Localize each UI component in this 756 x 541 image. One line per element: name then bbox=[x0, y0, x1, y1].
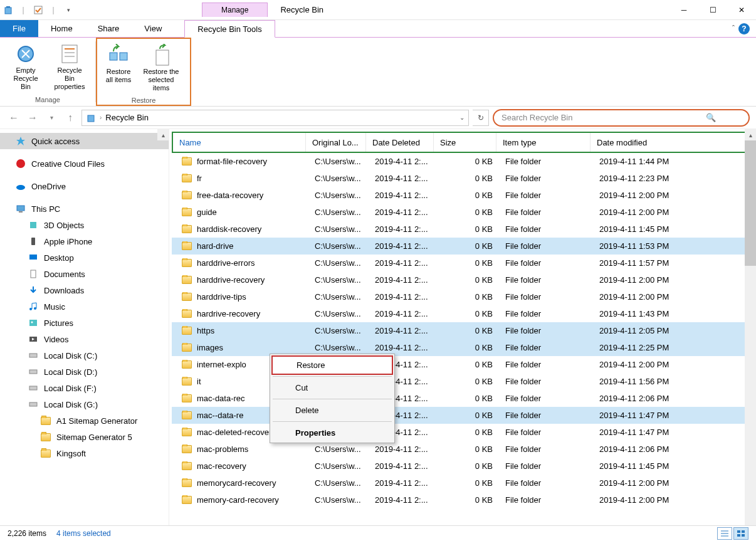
sidebar-item[interactable]: Downloads bbox=[0, 282, 169, 298]
forward-button[interactable]: → bbox=[25, 110, 40, 125]
restore-all-items-button[interactable]: Restore all items bbox=[101, 41, 136, 95]
help-icon[interactable]: ? bbox=[738, 23, 750, 34]
table-row[interactable]: harddrive-errorsC:\Users\w...2019-4-11 2… bbox=[172, 255, 753, 271]
sidebar-item[interactable]: Sitemap Generator 5 bbox=[0, 429, 169, 445]
table-row[interactable]: httpsC:\Users\w...2019-4-11 2:...0 KBFil… bbox=[172, 322, 753, 339]
details-view-button[interactable] bbox=[717, 527, 732, 540]
scroll-up-icon[interactable]: ▴ bbox=[157, 129, 169, 140]
table-row[interactable]: mac-data-rec2019-4-11 2:...0 KBFile fold… bbox=[172, 390, 753, 407]
folder-icon bbox=[40, 415, 51, 426]
back-button[interactable]: ← bbox=[6, 110, 21, 125]
scroll-up-icon[interactable]: ▴ bbox=[745, 129, 756, 140]
item-count: 2,226 items bbox=[8, 529, 46, 538]
column-size[interactable]: Size bbox=[434, 133, 496, 152]
address-bar[interactable]: › Recycle Bin ⌄ bbox=[81, 110, 469, 126]
context-cut[interactable]: Cut bbox=[270, 378, 394, 397]
restore-selected-items-button[interactable]: Restore the selected items bbox=[136, 41, 186, 95]
up-button[interactable]: ↑ bbox=[63, 110, 78, 125]
column-name[interactable]: Name bbox=[173, 133, 306, 152]
table-row[interactable]: internet-explo2019-4-11 2:...0 KBFile fo… bbox=[172, 356, 753, 373]
folder-icon bbox=[182, 191, 192, 199]
table-row[interactable]: harddisk-recoveryC:\Users\w...2019-4-11 … bbox=[172, 221, 753, 238]
empty-recycle-bin-button[interactable]: Empty Recycle Bin bbox=[4, 40, 48, 95]
vertical-scrollbar[interactable]: ▴ bbox=[745, 129, 756, 525]
search-box[interactable]: Search Recycle Bin 🔍 bbox=[493, 109, 750, 127]
divider-icon: | bbox=[48, 4, 59, 16]
sidebar-item[interactable]: Apple iPhone bbox=[0, 233, 169, 249]
sidebar-item[interactable]: Pictures bbox=[0, 315, 169, 331]
refresh-button[interactable]: ↻ bbox=[473, 110, 489, 126]
sidebar-item-label: Local Disk (F:) bbox=[44, 384, 97, 393]
table-row[interactable]: mac-problemsC:\Users\w...2019-4-11 2:...… bbox=[172, 441, 753, 458]
table-row[interactable]: mac-recoveryC:\Users\w...2019-4-11 2:...… bbox=[172, 458, 753, 475]
tab-share[interactable]: Share bbox=[85, 20, 132, 37]
sidebar-item[interactable]: Kingsoft bbox=[0, 445, 169, 461]
context-properties[interactable]: Properties bbox=[270, 423, 394, 443]
recycle-bin-icon bbox=[3, 4, 14, 16]
column-date-deleted[interactable]: Date Deleted bbox=[366, 133, 434, 152]
sidebar-item[interactable]: Local Disk (F:) bbox=[0, 380, 169, 396]
tab-recycle-bin-tools[interactable]: Recycle Bin Tools bbox=[184, 20, 275, 38]
table-row[interactable]: hard-driveC:\Users\w...2019-4-11 2:...0 … bbox=[172, 238, 753, 255]
table-row[interactable]: harddrive-tipsC:\Users\w...2019-4-11 2:.… bbox=[172, 288, 753, 305]
table-row[interactable]: mac-deleted-recoveryC:\Users\w...2019-4-… bbox=[172, 424, 753, 441]
sidebar-item[interactable]: Documents bbox=[0, 266, 169, 282]
context-restore[interactable]: Restore bbox=[271, 355, 393, 375]
checkbox-icon[interactable] bbox=[33, 4, 44, 16]
table-row[interactable]: guideC:\Users\w...2019-4-11 2:...0 KBFil… bbox=[172, 204, 753, 221]
sidebar-item-label: Apple iPhone bbox=[44, 237, 92, 246]
close-button[interactable]: ✕ bbox=[727, 0, 756, 20]
sidebar-item[interactable]: OneDrive bbox=[0, 178, 169, 194]
navigation-pane[interactable]: ▴ Quick accessCreative Cloud FilesOneDri… bbox=[0, 129, 169, 525]
table-row[interactable]: frC:\Users\w...2019-4-11 2:...0 KBFile f… bbox=[172, 170, 753, 187]
svg-rect-16 bbox=[19, 211, 23, 213]
cloud-icon bbox=[15, 181, 26, 192]
table-row[interactable]: free-data-recoveryC:\Users\w...2019-4-11… bbox=[172, 187, 753, 204]
table-row[interactable]: hardrive-recoveryC:\Users\w...2019-4-11 … bbox=[172, 305, 753, 322]
table-row[interactable]: harddrive-recoveryC:\Users\w...2019-4-11… bbox=[172, 271, 753, 288]
collapse-ribbon-icon[interactable]: ˆ bbox=[732, 24, 735, 33]
sidebar-item[interactable]: This PC bbox=[0, 201, 169, 217]
column-original-location[interactable]: Original Lo... bbox=[306, 133, 366, 152]
sidebar-item[interactable]: 3D Objects bbox=[0, 217, 169, 233]
sidebar-item[interactable]: Local Disk (C:) bbox=[0, 347, 169, 364]
sidebar-item[interactable]: Creative Cloud Files bbox=[0, 155, 169, 172]
svg-point-13 bbox=[16, 159, 25, 168]
svg-rect-30 bbox=[29, 402, 37, 406]
sidebar-item[interactable]: Local Disk (D:) bbox=[0, 364, 169, 380]
sidebar-item[interactable]: A1 Sitemap Generator bbox=[0, 412, 169, 429]
table-row[interactable]: mac--data-re2019-4-11 2:...0 KBFile fold… bbox=[172, 407, 753, 424]
sidebar-item[interactable]: Music bbox=[0, 298, 169, 315]
address-dropdown-icon[interactable]: ⌄ bbox=[459, 114, 465, 121]
sidebar-item[interactable]: Desktop bbox=[0, 249, 169, 266]
recent-dropdown[interactable]: ▾ bbox=[44, 110, 59, 125]
table-row[interactable]: imagesC:\Users\w...2019-4-11 2:...0 KBFi… bbox=[172, 339, 753, 356]
column-date-modified[interactable]: Date modified bbox=[591, 133, 752, 152]
minimize-button[interactable]: ─ bbox=[669, 0, 698, 20]
tab-file[interactable]: File bbox=[0, 20, 38, 37]
table-row[interactable]: format-file-recoveryC:\Users\w...2019-4-… bbox=[172, 153, 753, 170]
table-row[interactable]: it2019-4-11 2:...0 KBFile folder2019-4-1… bbox=[172, 373, 753, 390]
scrollbar-thumb[interactable] bbox=[745, 140, 756, 266]
folder-icon bbox=[182, 445, 192, 453]
column-item-type[interactable]: Item type bbox=[496, 133, 591, 152]
sidebar-item-label: Music bbox=[44, 302, 65, 312]
table-row[interactable]: memorycard-recoveryC:\Users\w...2019-4-1… bbox=[172, 475, 753, 491]
sidebar-item[interactable]: Local Disk (G:) bbox=[0, 396, 169, 412]
context-delete[interactable]: Delete bbox=[270, 401, 394, 420]
table-row[interactable]: memory-card-recoveryC:\Users\w...2019-4-… bbox=[172, 491, 753, 508]
sidebar-item[interactable]: Quick access bbox=[0, 133, 169, 149]
docs-icon bbox=[28, 268, 39, 280]
recycle-bin-properties-button[interactable]: Recycle Bin properties bbox=[48, 40, 92, 95]
disk-icon bbox=[28, 350, 39, 361]
pictures-icon bbox=[28, 317, 39, 328]
maximize-button[interactable]: ☐ bbox=[698, 0, 727, 20]
tab-home[interactable]: Home bbox=[38, 20, 85, 37]
sidebar-item[interactable]: Videos bbox=[0, 331, 169, 347]
thumbnails-view-button[interactable] bbox=[733, 527, 748, 540]
breadcrumb-location[interactable]: Recycle Bin bbox=[105, 113, 149, 122]
qat-dropdown-icon[interactable]: ▾ bbox=[63, 4, 74, 16]
folder-icon bbox=[182, 310, 192, 318]
tab-view[interactable]: View bbox=[132, 20, 174, 37]
disk-icon bbox=[28, 399, 39, 410]
